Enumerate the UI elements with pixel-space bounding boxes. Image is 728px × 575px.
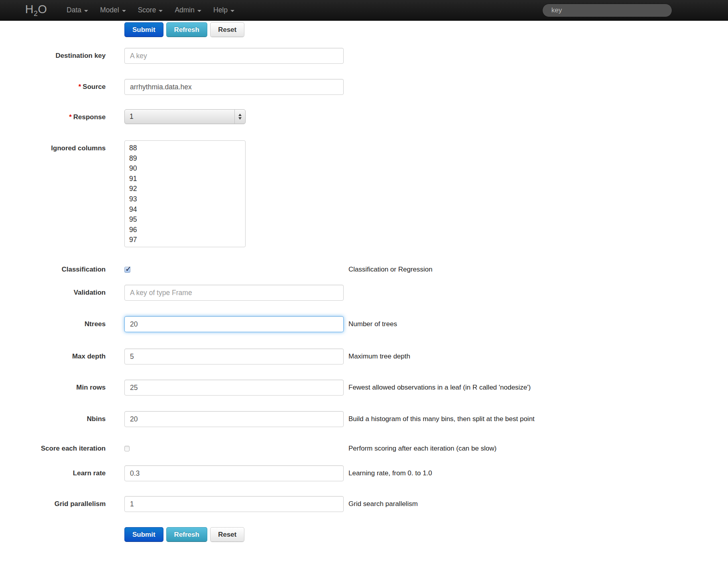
score-each-iteration-label: Score each iteration [0, 445, 114, 453]
validation-input[interactable] [124, 285, 344, 301]
grid-parallelism-label: Grid parallelism [0, 496, 114, 508]
destination-key-label: Destination key [0, 48, 114, 60]
source-label: *Source [0, 79, 114, 91]
response-select-value: 1 [125, 112, 234, 121]
response-label: *Response [0, 109, 114, 121]
grid-parallelism-help: Grid search parallelism [348, 496, 418, 508]
list-item[interactable]: 97 [125, 235, 245, 245]
menu-data[interactable]: Data [61, 0, 94, 20]
classification-label: Classification [0, 266, 114, 274]
list-item[interactable]: 92 [125, 184, 245, 194]
submit-button[interactable]: Submit [124, 527, 163, 542]
validation-label: Validation [0, 285, 114, 297]
min-rows-help: Fewest allowed observations in a leaf (i… [348, 380, 531, 392]
grid-parallelism-input[interactable] [124, 496, 344, 512]
list-item[interactable]: 90 [125, 163, 245, 174]
destination-key-input[interactable] [124, 48, 344, 64]
list-item[interactable]: 95 [125, 215, 245, 225]
reset-button[interactable]: Reset [210, 527, 244, 542]
learn-rate-input[interactable] [124, 465, 344, 481]
row-grid-parallelism: Grid parallelism Grid search parallelism [0, 496, 728, 512]
response-select[interactable]: 1 [124, 109, 246, 124]
list-item[interactable]: 89 [125, 154, 245, 164]
search-input[interactable] [542, 4, 672, 17]
score-each-iteration-help: Perform scoring after each iteration (ca… [348, 445, 496, 453]
h2o-logo[interactable]: H2O [25, 3, 47, 18]
top-navbar: H2O Data Model Score Admin Help [0, 0, 728, 21]
menu-score[interactable]: Score [132, 0, 169, 20]
list-item[interactable]: 91 [125, 174, 245, 184]
menu-help-label: Help [213, 6, 228, 14]
ntrees-help: Number of trees [348, 316, 397, 328]
row-ntrees: Ntrees Number of trees [0, 316, 728, 332]
main-menu: Data Model Score Admin Help [61, 0, 240, 20]
chevron-down-icon [230, 10, 234, 12]
ignored-columns-listbox[interactable]: 88 89 90 91 92 93 94 95 96 97 [124, 140, 246, 247]
nbins-label: Nbins [0, 411, 114, 423]
menu-help[interactable]: Help [207, 0, 240, 20]
chevron-down-icon [122, 10, 126, 12]
classification-help: Classification or Regression [348, 266, 433, 274]
max-depth-input[interactable] [124, 349, 344, 364]
chevron-down-icon [197, 10, 201, 12]
row-response: *Response 1 [0, 109, 728, 124]
chevron-down-icon [159, 10, 163, 12]
refresh-button[interactable]: Refresh [166, 22, 207, 37]
ntrees-input[interactable] [124, 316, 344, 332]
row-learn-rate: Learn rate Learning rate, from 0. to 1.0 [0, 465, 728, 481]
row-classification: Classification Classification or Regress… [0, 266, 728, 274]
chevron-up-icon [238, 114, 242, 116]
menu-model-label: Model [100, 6, 119, 14]
menu-score-label: Score [138, 6, 156, 14]
reset-button[interactable]: Reset [210, 22, 244, 37]
row-score-each-iteration: Score each iteration Perform scoring aft… [0, 445, 728, 453]
row-ignored-columns: Ignored columns 88 89 90 91 92 93 94 95 … [0, 140, 728, 247]
classification-checkbox[interactable] [124, 267, 130, 273]
gbm-form: Submit Refresh Reset Destination key *So… [0, 21, 728, 542]
menu-model[interactable]: Model [94, 0, 132, 20]
row-min-rows: Min rows Fewest allowed observations in … [0, 380, 728, 396]
list-item[interactable]: 94 [125, 205, 245, 215]
chevron-down-icon [84, 10, 88, 12]
row-nbins: Nbins Build a histogram of this many bin… [0, 411, 728, 427]
learn-rate-label: Learn rate [0, 465, 114, 477]
select-stepper-icon [234, 110, 245, 124]
menu-data-label: Data [67, 6, 81, 14]
ntrees-label: Ntrees [0, 316, 114, 328]
max-depth-help: Maximum tree depth [348, 349, 410, 360]
min-rows-label: Min rows [0, 380, 114, 392]
score-each-iteration-checkbox[interactable] [124, 446, 130, 451]
submit-button[interactable]: Submit [124, 22, 163, 37]
bottom-button-row: Submit Refresh Reset [124, 527, 728, 542]
list-item[interactable]: 96 [125, 225, 245, 235]
source-input[interactable] [124, 79, 344, 95]
ignored-columns-label: Ignored columns [0, 140, 114, 152]
menu-admin-label: Admin [175, 6, 195, 14]
top-button-row: Submit Refresh Reset [124, 22, 728, 37]
menu-admin[interactable]: Admin [169, 0, 207, 20]
list-item[interactable]: 93 [125, 194, 245, 205]
learn-rate-help: Learning rate, from 0. to 1.0 [348, 465, 432, 477]
row-max-depth: Max depth Maximum tree depth [0, 349, 728, 364]
chevron-down-icon [238, 117, 242, 120]
refresh-button[interactable]: Refresh [166, 527, 207, 542]
row-validation: Validation [0, 285, 728, 301]
max-depth-label: Max depth [0, 349, 114, 360]
nbins-input[interactable] [124, 411, 344, 427]
nbins-help: Build a histogram of this many bins, the… [348, 411, 535, 423]
row-destination-key: Destination key [0, 48, 728, 64]
row-source: *Source [0, 79, 728, 95]
required-asterisk: * [69, 113, 72, 121]
list-item[interactable]: 88 [125, 143, 245, 154]
min-rows-input[interactable] [124, 380, 344, 396]
required-asterisk: * [79, 83, 81, 91]
